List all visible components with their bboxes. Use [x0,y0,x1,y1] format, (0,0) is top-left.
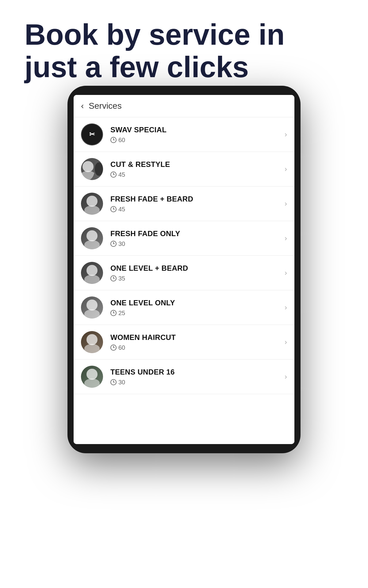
avatar: ✂ [81,123,103,145]
chevron-right-icon: › [285,372,287,381]
service-name: CUT & RESTYLE [110,160,285,169]
service-item[interactable]: ✂ SWAV SPECIAL 60 › [74,117,294,152]
service-info: ONE LEVEL + BEARD 35 [110,264,285,282]
service-name: FRESH FADE + BEARD [110,195,285,203]
service-info: ONE LEVEL ONLY 25 [110,299,285,317]
service-name: FRESH FADE ONLY [110,229,285,238]
service-item[interactable]: CUT & RESTYLE 45 › [74,152,294,187]
clock-icon [110,172,117,178]
chevron-right-icon: › [285,269,287,277]
device-outer: ‹ Services ✂ SWAV SPECIAL [67,86,301,453]
service-duration: 25 [110,310,285,317]
chevron-right-icon: › [285,165,287,173]
service-name: SWAV SPECIAL [110,126,285,134]
service-item[interactable]: TEENS UNDER 16 30 › [74,360,294,394]
clock-icon [110,379,117,385]
device-screen: ‹ Services ✂ SWAV SPECIAL [74,95,294,444]
chevron-right-icon: › [285,199,287,208]
service-item[interactable]: ONE LEVEL ONLY 25 › [74,290,294,325]
service-name: WOMEN HAIRCUT [110,333,285,342]
avatar [81,158,103,180]
chevron-right-icon: › [285,130,287,139]
service-name: ONE LEVEL + BEARD [110,264,285,273]
service-info: SWAV SPECIAL 60 [110,126,285,144]
nav-title: Services [89,101,121,111]
chevron-right-icon: › [285,338,287,346]
clock-icon [110,206,117,212]
clock-icon [110,275,117,281]
service-info: TEENS UNDER 16 30 [110,368,285,386]
service-item[interactable]: FRESH FADE ONLY 30 › [74,221,294,256]
service-duration: 45 [110,206,285,213]
service-duration: 30 [110,379,285,386]
service-item[interactable]: WOMEN HAIRCUT 60 › [74,325,294,360]
clock-icon [110,241,117,247]
service-duration: 30 [110,240,285,247]
service-info: FRESH FADE ONLY 30 [110,229,285,247]
chevron-right-icon: › [285,303,287,312]
service-info: FRESH FADE + BEARD 45 [110,195,285,213]
service-info: WOMEN HAIRCUT 60 [110,333,285,351]
clock-icon [110,345,117,351]
service-item[interactable]: ONE LEVEL + BEARD 35 › [74,256,294,290]
service-duration: 45 [110,171,285,178]
clock-icon [110,310,117,316]
service-duration: 35 [110,275,285,282]
service-duration: 60 [110,137,285,144]
service-name: TEENS UNDER 16 [110,368,285,376]
avatar [81,296,103,318]
back-button[interactable]: ‹ [81,101,84,111]
avatar [81,331,103,353]
avatar [81,227,103,249]
chevron-right-icon: › [285,234,287,243]
service-name: ONE LEVEL ONLY [110,299,285,307]
nav-bar: ‹ Services [74,95,294,117]
clock-icon [110,137,117,143]
avatar [81,193,103,215]
avatar [81,262,103,284]
services-list: ✂ SWAV SPECIAL 60 › [74,117,294,444]
service-item[interactable]: FRESH FADE + BEARD 45 › [74,187,294,221]
hero-title: Book by service in just a few clicks [25,18,343,83]
avatar [81,366,103,388]
device-frame: ‹ Services ✂ SWAV SPECIAL [67,86,301,453]
service-duration: 60 [110,344,285,351]
service-info: CUT & RESTYLE 45 [110,160,285,178]
